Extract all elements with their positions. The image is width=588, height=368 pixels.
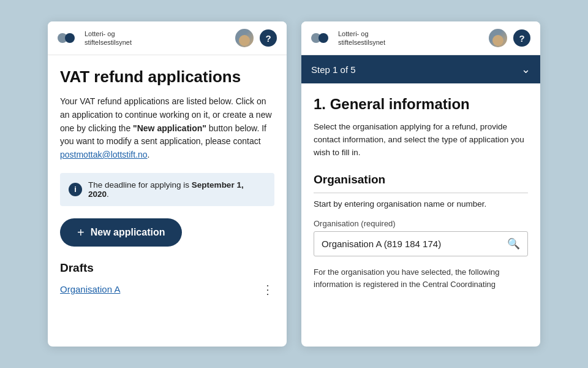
right-logo-text: Lotteri- og stiftelsestilsynet [338, 29, 385, 47]
deadline-box: i The deadline for applying is September… [60, 173, 274, 206]
right-help-button[interactable]: ? [513, 29, 530, 47]
step-chevron[interactable]: ⌄ [521, 63, 530, 76]
left-logo-text: Lotteri- og stiftelsestilsynet [85, 29, 132, 47]
plus-icon: + [77, 226, 85, 239]
step-bar[interactable]: Step 1 of 5 ⌄ [301, 55, 540, 83]
right-logo-circle-right [318, 33, 328, 43]
step-label: Step 1 of 5 [311, 64, 356, 75]
left-logo-icon [58, 29, 80, 47]
right-logo-icon [311, 29, 333, 47]
left-header: Lotteri- og stiftelsestilsynet ? [48, 21, 287, 55]
info-icon: i [69, 183, 82, 196]
three-dots-menu[interactable]: ⋮ [262, 282, 274, 297]
field-label: Organisation (required) [314, 219, 528, 228]
right-header-icons: ? [489, 29, 530, 47]
deadline-text-1: The deadline for applying is [88, 180, 192, 190]
left-help-button[interactable]: ? [260, 29, 277, 47]
email-link[interactable]: postmottak@lottstift.no [60, 150, 148, 159]
left-avatar[interactable] [235, 29, 254, 47]
draft-item: Organisation A ⋮ [60, 282, 274, 299]
section-number: 1. [314, 96, 330, 112]
right-logo-line2: stiftelsestilsynet [338, 38, 385, 47]
search-icon[interactable]: 🔍 [507, 237, 520, 250]
field-desc: Start by entering organisation name or n… [314, 198, 528, 210]
right-avatar-inner [492, 35, 503, 46]
right-avatar[interactable] [489, 29, 507, 47]
section-desc: Select the organisation applying for a r… [314, 121, 528, 159]
organisation-input-wrapper[interactable]: 🔍 [314, 231, 528, 256]
deadline-period: . [107, 190, 109, 199]
page-title: VAT refund applications [60, 67, 274, 86]
footer-text: For the organisation you have selected, … [314, 266, 528, 291]
drafts-title: Drafts [60, 261, 274, 275]
right-content: 1. General information Select the organi… [301, 83, 540, 347]
draft-link[interactable]: Organisation A [60, 284, 120, 294]
sub-section-title: Organisation [314, 173, 528, 193]
section-title-text: General information [330, 96, 470, 112]
intro-bold: "New application" [133, 123, 206, 133]
deadline-text: The deadline for applying is September 1… [88, 180, 266, 199]
new-application-button[interactable]: + New application [60, 218, 182, 247]
new-app-label: New application [91, 227, 165, 238]
section-title: 1. General information [314, 96, 528, 113]
right-logo-line1: Lotteri- og [338, 29, 385, 38]
right-card: Lotteri- og stiftelsestilsynet ? Step 1 … [301, 21, 540, 347]
right-logo: Lotteri- og stiftelsestilsynet [311, 29, 385, 47]
avatar-inner [239, 35, 250, 46]
intro-text: Your VAT refund applications are listed … [60, 95, 274, 161]
intro-period: . [148, 150, 150, 159]
logo-line1: Lotteri- og [85, 29, 132, 38]
left-card: Lotteri- og stiftelsestilsynet ? VAT ref… [48, 21, 287, 347]
logo-circle-right [65, 33, 75, 43]
left-content: VAT refund applications Your VAT refund … [48, 55, 287, 347]
organisation-input[interactable] [322, 239, 507, 249]
left-header-icons: ? [235, 29, 277, 47]
left-logo: Lotteri- og stiftelsestilsynet [58, 29, 132, 47]
right-header: Lotteri- og stiftelsestilsynet ? [301, 21, 540, 55]
logo-line2: stiftelsestilsynet [85, 38, 132, 47]
